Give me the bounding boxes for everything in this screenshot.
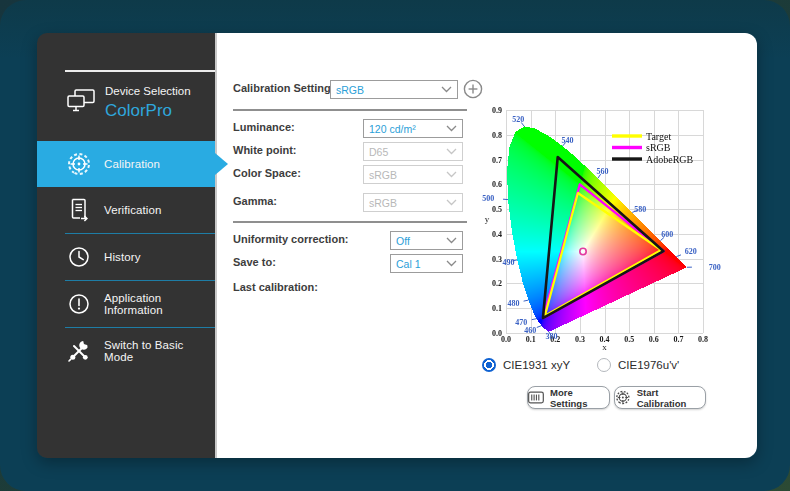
color-space-label: Color Space: <box>233 167 301 179</box>
button-label: More Settings <box>550 387 609 409</box>
chevron-down-icon <box>446 171 457 178</box>
dropdown-value: sRGB <box>369 169 397 181</box>
white-point-label: White point: <box>233 144 297 156</box>
color-space-dropdown: sRGB <box>363 165 463 184</box>
cie-chromaticity-canvas <box>478 103 745 350</box>
chevron-down-icon <box>446 199 457 206</box>
sidebar-item-label: History <box>104 251 140 263</box>
chromaticity-diagram <box>478 103 745 350</box>
chevron-down-icon <box>441 86 452 93</box>
calibration-target-icon <box>615 389 631 406</box>
device-selection[interactable]: Device Selection ColorPro <box>37 80 215 132</box>
sidebar-item-calibration[interactable]: Calibration <box>37 141 215 187</box>
sidebar-item-application-information[interactable]: Application Information <box>37 281 215 327</box>
last-calibration-label: Last calibration: <box>233 281 318 293</box>
sidebar-item-switch-basic-mode[interactable]: Switch to Basic Mode <box>37 328 215 374</box>
luminance-label: Luminance: <box>233 121 295 133</box>
divider <box>233 221 467 223</box>
info-icon <box>66 291 92 317</box>
chevron-down-icon <box>446 260 457 267</box>
device-selection-label: Device Selection <box>105 85 191 97</box>
dropdown-value: sRGB <box>336 84 364 96</box>
sidebar-item-history[interactable]: History <box>37 234 215 280</box>
sidebar-item-verification[interactable]: Verification <box>37 187 215 233</box>
plus-icon <box>463 79 483 99</box>
app-frame: Device Selection ColorPro <box>0 0 790 491</box>
radio-cie1976[interactable]: CIE1976u'v' <box>597 358 679 372</box>
sidebar-item-label: Verification <box>104 204 161 216</box>
chevron-down-icon <box>446 125 457 132</box>
sidebar-item-label: Application Information <box>104 292 215 316</box>
start-calibration-button[interactable]: Start Calibration <box>614 386 706 409</box>
main-panel: Calibration Settings: sRGB Luminance: 12… <box>215 33 757 458</box>
radio-label: CIE1931 xyY <box>503 359 570 371</box>
radio-button[interactable] <box>597 358 611 372</box>
gamma-label: Gamma: <box>233 195 277 207</box>
radio-button[interactable] <box>482 358 496 372</box>
divider <box>233 109 467 111</box>
calibration-target-icon <box>66 151 92 177</box>
more-settings-button[interactable]: More Settings <box>527 386 610 409</box>
chevron-down-icon <box>446 148 457 155</box>
uniformity-correction-dropdown[interactable]: Off <box>390 231 463 250</box>
save-to-label: Save to: <box>233 256 276 268</box>
sidebar-item-label: Switch to Basic Mode <box>104 339 215 363</box>
tools-icon <box>66 338 92 364</box>
app-window: Device Selection ColorPro <box>37 33 757 458</box>
sidebar-nav: Calibration Verification <box>37 141 215 374</box>
dropdown-value: 120 cd/m² <box>369 123 416 135</box>
dropdown-value: sRGB <box>369 197 397 209</box>
add-setting-button[interactable] <box>463 79 483 99</box>
uniformity-correction-label: Uniformity correction: <box>233 233 349 245</box>
calibration-settings-label: Calibration Settings: <box>233 82 341 94</box>
chevron-down-icon <box>446 237 457 244</box>
white-point-dropdown: D65 <box>363 142 463 161</box>
dropdown-value: Off <box>396 235 410 247</box>
sidebar-top-divider <box>65 70 215 72</box>
gamma-dropdown: sRGB <box>363 193 463 212</box>
sidebar: Device Selection ColorPro <box>37 33 215 458</box>
settings-panel-icon <box>528 391 544 404</box>
clock-icon <box>66 244 92 270</box>
device-name: ColorPro <box>105 101 172 121</box>
verification-document-icon <box>66 197 92 223</box>
sidebar-item-label: Calibration <box>104 158 160 170</box>
dropdown-value: D65 <box>369 146 388 158</box>
calibration-settings-dropdown[interactable]: sRGB <box>330 80 458 99</box>
save-to-dropdown[interactable]: Cal 1 <box>390 254 463 273</box>
luminance-dropdown[interactable]: 120 cd/m² <box>363 119 463 138</box>
radio-cie1931[interactable]: CIE1931 xyY <box>482 358 570 372</box>
radio-label: CIE1976u'v' <box>618 359 679 371</box>
dropdown-value: Cal 1 <box>396 258 421 270</box>
button-label: Start Calibration <box>637 387 705 409</box>
displays-icon <box>66 88 96 118</box>
